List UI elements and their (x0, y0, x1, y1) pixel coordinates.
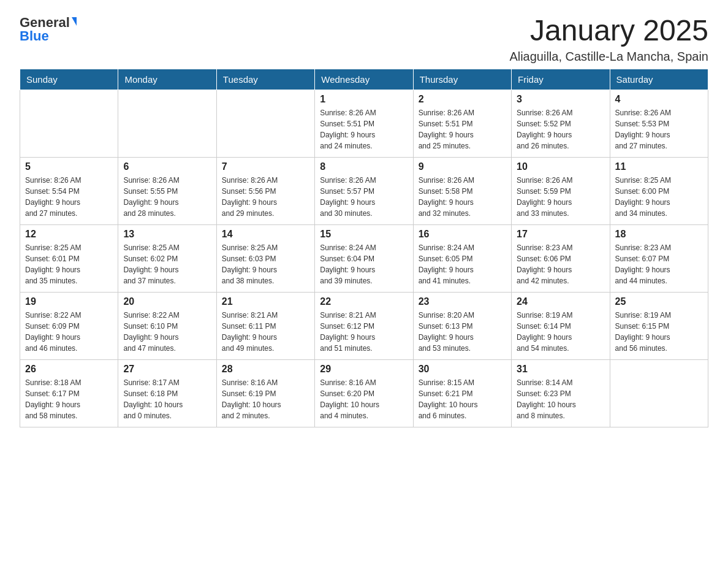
day-info: Sunrise: 8:24 AM Sunset: 6:04 PM Dayligh… (320, 242, 408, 286)
day-info: Sunrise: 8:22 AM Sunset: 6:09 PM Dayligh… (25, 310, 113, 354)
day-info: Sunrise: 8:19 AM Sunset: 6:15 PM Dayligh… (615, 310, 703, 354)
calendar-cell: 13Sunrise: 8:25 AM Sunset: 6:02 PM Dayli… (118, 224, 216, 292)
day-number: 6 (123, 161, 211, 172)
calendar-cell: 21Sunrise: 8:21 AM Sunset: 6:11 PM Dayli… (216, 292, 314, 359)
calendar-cell (216, 90, 314, 157)
month-title: January 2025 (509, 15, 708, 47)
day-info: Sunrise: 8:21 AM Sunset: 6:12 PM Dayligh… (320, 310, 408, 354)
day-info: Sunrise: 8:25 AM Sunset: 6:01 PM Dayligh… (25, 242, 113, 286)
day-info: Sunrise: 8:24 AM Sunset: 6:05 PM Dayligh… (419, 242, 506, 286)
calendar-cell: 2Sunrise: 8:26 AM Sunset: 5:51 PM Daylig… (413, 90, 511, 157)
day-number: 24 (517, 296, 604, 307)
calendar-header-saturday: Saturday (610, 69, 708, 90)
calendar-cell: 5Sunrise: 8:26 AM Sunset: 5:54 PM Daylig… (20, 157, 118, 224)
day-info: Sunrise: 8:14 AM Sunset: 6:23 PM Dayligh… (517, 377, 604, 421)
calendar-week-row: 1Sunrise: 8:26 AM Sunset: 5:51 PM Daylig… (20, 90, 708, 157)
day-number: 12 (25, 229, 113, 240)
day-info: Sunrise: 8:22 AM Sunset: 6:10 PM Dayligh… (123, 310, 211, 354)
day-info: Sunrise: 8:25 AM Sunset: 6:03 PM Dayligh… (222, 242, 309, 286)
day-number: 21 (222, 296, 309, 307)
logo-triangle-icon (72, 17, 77, 26)
day-info: Sunrise: 8:26 AM Sunset: 5:54 PM Dayligh… (25, 175, 113, 219)
calendar-cell: 26Sunrise: 8:18 AM Sunset: 6:17 PM Dayli… (20, 359, 118, 427)
day-number: 1 (320, 94, 408, 105)
calendar-cell: 30Sunrise: 8:15 AM Sunset: 6:21 PM Dayli… (413, 359, 511, 427)
day-number: 9 (419, 161, 506, 172)
day-info: Sunrise: 8:26 AM Sunset: 5:57 PM Dayligh… (320, 175, 408, 219)
day-info: Sunrise: 8:21 AM Sunset: 6:11 PM Dayligh… (222, 310, 309, 354)
day-number: 11 (615, 161, 703, 172)
day-number: 15 (320, 229, 408, 240)
calendar-week-row: 26Sunrise: 8:18 AM Sunset: 6:17 PM Dayli… (20, 359, 708, 427)
day-number: 29 (320, 364, 408, 375)
day-number: 30 (419, 364, 506, 375)
day-info: Sunrise: 8:26 AM Sunset: 5:59 PM Dayligh… (517, 175, 604, 219)
day-info: Sunrise: 8:25 AM Sunset: 6:02 PM Dayligh… (123, 242, 211, 286)
calendar-header-thursday: Thursday (413, 69, 511, 90)
day-number: 23 (419, 296, 506, 307)
day-info: Sunrise: 8:16 AM Sunset: 6:20 PM Dayligh… (320, 377, 408, 421)
day-number: 3 (517, 94, 604, 105)
day-info: Sunrise: 8:23 AM Sunset: 6:06 PM Dayligh… (517, 242, 604, 286)
calendar-cell: 25Sunrise: 8:19 AM Sunset: 6:15 PM Dayli… (610, 292, 708, 359)
day-number: 26 (25, 364, 113, 375)
calendar-cell: 4Sunrise: 8:26 AM Sunset: 5:53 PM Daylig… (610, 90, 708, 157)
calendar-header-row: SundayMondayTuesdayWednesdayThursdayFrid… (20, 69, 708, 90)
calendar-cell: 24Sunrise: 8:19 AM Sunset: 6:14 PM Dayli… (512, 292, 610, 359)
calendar-cell: 19Sunrise: 8:22 AM Sunset: 6:09 PM Dayli… (20, 292, 118, 359)
calendar-cell: 31Sunrise: 8:14 AM Sunset: 6:23 PM Dayli… (512, 359, 610, 427)
day-info: Sunrise: 8:26 AM Sunset: 5:51 PM Dayligh… (320, 107, 408, 151)
day-number: 4 (615, 94, 703, 105)
day-number: 8 (320, 161, 408, 172)
day-info: Sunrise: 8:26 AM Sunset: 5:55 PM Dayligh… (123, 175, 211, 219)
calendar-cell: 11Sunrise: 8:25 AM Sunset: 6:00 PM Dayli… (610, 157, 708, 224)
calendar-cell: 22Sunrise: 8:21 AM Sunset: 6:12 PM Dayli… (315, 292, 413, 359)
calendar-header-wednesday: Wednesday (315, 69, 413, 90)
logo-blue: Blue (20, 28, 49, 44)
calendar-week-row: 12Sunrise: 8:25 AM Sunset: 6:01 PM Dayli… (20, 224, 708, 292)
day-number: 5 (25, 161, 113, 172)
day-number: 22 (320, 296, 408, 307)
day-number: 16 (419, 229, 506, 240)
day-number: 19 (25, 296, 113, 307)
calendar-cell: 15Sunrise: 8:24 AM Sunset: 6:04 PM Dayli… (315, 224, 413, 292)
day-number: 20 (123, 296, 211, 307)
calendar-cell: 1Sunrise: 8:26 AM Sunset: 5:51 PM Daylig… (315, 90, 413, 157)
calendar-cell: 12Sunrise: 8:25 AM Sunset: 6:01 PM Dayli… (20, 224, 118, 292)
day-info: Sunrise: 8:15 AM Sunset: 6:21 PM Dayligh… (419, 377, 506, 421)
calendar-cell: 23Sunrise: 8:20 AM Sunset: 6:13 PM Dayli… (413, 292, 511, 359)
calendar-cell: 10Sunrise: 8:26 AM Sunset: 5:59 PM Dayli… (512, 157, 610, 224)
title-block: January 2025 Aliaguilla, Castille-La Man… (509, 15, 708, 64)
calendar-cell: 6Sunrise: 8:26 AM Sunset: 5:55 PM Daylig… (118, 157, 216, 224)
day-number: 31 (517, 364, 604, 375)
calendar-cell: 28Sunrise: 8:16 AM Sunset: 6:19 PM Dayli… (216, 359, 314, 427)
day-info: Sunrise: 8:26 AM Sunset: 5:56 PM Dayligh… (222, 175, 309, 219)
calendar-week-row: 5Sunrise: 8:26 AM Sunset: 5:54 PM Daylig… (20, 157, 708, 224)
calendar-table: SundayMondayTuesdayWednesdayThursdayFrid… (20, 69, 708, 427)
calendar-cell: 7Sunrise: 8:26 AM Sunset: 5:56 PM Daylig… (216, 157, 314, 224)
day-info: Sunrise: 8:19 AM Sunset: 6:14 PM Dayligh… (517, 310, 604, 354)
calendar-header-sunday: Sunday (20, 69, 118, 90)
calendar-cell (610, 359, 708, 427)
day-info: Sunrise: 8:26 AM Sunset: 5:51 PM Dayligh… (419, 107, 506, 151)
day-info: Sunrise: 8:23 AM Sunset: 6:07 PM Dayligh… (615, 242, 703, 286)
day-number: 10 (517, 161, 604, 172)
logo: General Blue (20, 15, 77, 44)
calendar-cell: 14Sunrise: 8:25 AM Sunset: 6:03 PM Dayli… (216, 224, 314, 292)
day-number: 7 (222, 161, 309, 172)
calendar-cell: 18Sunrise: 8:23 AM Sunset: 6:07 PM Dayli… (610, 224, 708, 292)
calendar-cell (20, 90, 118, 157)
calendar-cell: 16Sunrise: 8:24 AM Sunset: 6:05 PM Dayli… (413, 224, 511, 292)
day-number: 14 (222, 229, 309, 240)
day-info: Sunrise: 8:26 AM Sunset: 5:52 PM Dayligh… (517, 107, 604, 151)
day-number: 18 (615, 229, 703, 240)
calendar-cell: 29Sunrise: 8:16 AM Sunset: 6:20 PM Dayli… (315, 359, 413, 427)
calendar-week-row: 19Sunrise: 8:22 AM Sunset: 6:09 PM Dayli… (20, 292, 708, 359)
calendar-cell: 3Sunrise: 8:26 AM Sunset: 5:52 PM Daylig… (512, 90, 610, 157)
day-info: Sunrise: 8:26 AM Sunset: 5:53 PM Dayligh… (615, 107, 703, 151)
calendar-header-tuesday: Tuesday (216, 69, 314, 90)
day-number: 2 (419, 94, 506, 105)
day-info: Sunrise: 8:26 AM Sunset: 5:58 PM Dayligh… (419, 175, 506, 219)
day-number: 17 (517, 229, 604, 240)
day-number: 25 (615, 296, 703, 307)
